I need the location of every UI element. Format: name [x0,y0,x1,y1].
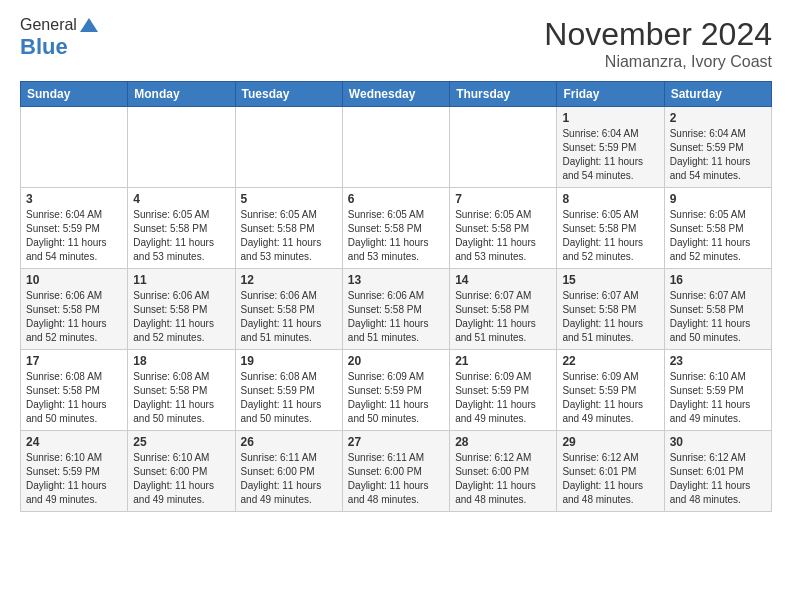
logo-blue-text: Blue [20,34,68,59]
day-info: Sunrise: 6:08 AM Sunset: 5:59 PM Dayligh… [241,370,337,426]
day-info: Sunrise: 6:09 AM Sunset: 5:59 PM Dayligh… [562,370,658,426]
day-info: Sunrise: 6:11 AM Sunset: 6:00 PM Dayligh… [348,451,444,507]
day-cell-25: 25Sunrise: 6:10 AM Sunset: 6:00 PM Dayli… [128,431,235,512]
day-info: Sunrise: 6:04 AM Sunset: 5:59 PM Dayligh… [562,127,658,183]
day-cell-6: 6Sunrise: 6:05 AM Sunset: 5:58 PM Daylig… [342,188,449,269]
day-cell-19: 19Sunrise: 6:08 AM Sunset: 5:59 PM Dayli… [235,350,342,431]
day-info: Sunrise: 6:04 AM Sunset: 5:59 PM Dayligh… [26,208,122,264]
week-row-1: 1Sunrise: 6:04 AM Sunset: 5:59 PM Daylig… [21,107,772,188]
day-cell-2: 2Sunrise: 6:04 AM Sunset: 5:59 PM Daylig… [664,107,771,188]
day-info: Sunrise: 6:04 AM Sunset: 5:59 PM Dayligh… [670,127,766,183]
day-cell-22: 22Sunrise: 6:09 AM Sunset: 5:59 PM Dayli… [557,350,664,431]
day-cell-5: 5Sunrise: 6:05 AM Sunset: 5:58 PM Daylig… [235,188,342,269]
day-info: Sunrise: 6:06 AM Sunset: 5:58 PM Dayligh… [26,289,122,345]
day-info: Sunrise: 6:06 AM Sunset: 5:58 PM Dayligh… [133,289,229,345]
day-number: 11 [133,273,229,287]
day-cell-7: 7Sunrise: 6:05 AM Sunset: 5:58 PM Daylig… [450,188,557,269]
day-number: 23 [670,354,766,368]
day-info: Sunrise: 6:07 AM Sunset: 5:58 PM Dayligh… [562,289,658,345]
day-number: 29 [562,435,658,449]
weekday-header-thursday: Thursday [450,82,557,107]
day-cell-9: 9Sunrise: 6:05 AM Sunset: 5:58 PM Daylig… [664,188,771,269]
day-cell-20: 20Sunrise: 6:09 AM Sunset: 5:59 PM Dayli… [342,350,449,431]
day-number: 8 [562,192,658,206]
day-number: 24 [26,435,122,449]
day-info: Sunrise: 6:09 AM Sunset: 5:59 PM Dayligh… [348,370,444,426]
weekday-header-sunday: Sunday [21,82,128,107]
day-number: 13 [348,273,444,287]
day-cell-21: 21Sunrise: 6:09 AM Sunset: 5:59 PM Dayli… [450,350,557,431]
logo-general-text: General [20,16,77,34]
day-info: Sunrise: 6:05 AM Sunset: 5:58 PM Dayligh… [562,208,658,264]
day-number: 27 [348,435,444,449]
day-cell-26: 26Sunrise: 6:11 AM Sunset: 6:00 PM Dayli… [235,431,342,512]
day-cell-15: 15Sunrise: 6:07 AM Sunset: 5:58 PM Dayli… [557,269,664,350]
day-number: 26 [241,435,337,449]
day-number: 1 [562,111,658,125]
location: Niamanzra, Ivory Coast [544,53,772,71]
logo: General Blue [20,16,98,60]
day-cell-empty [235,107,342,188]
day-info: Sunrise: 6:08 AM Sunset: 5:58 PM Dayligh… [26,370,122,426]
day-cell-empty [450,107,557,188]
day-cell-29: 29Sunrise: 6:12 AM Sunset: 6:01 PM Dayli… [557,431,664,512]
day-cell-16: 16Sunrise: 6:07 AM Sunset: 5:58 PM Dayli… [664,269,771,350]
weekday-header-tuesday: Tuesday [235,82,342,107]
day-number: 3 [26,192,122,206]
day-cell-24: 24Sunrise: 6:10 AM Sunset: 5:59 PM Dayli… [21,431,128,512]
day-info: Sunrise: 6:12 AM Sunset: 6:01 PM Dayligh… [670,451,766,507]
day-info: Sunrise: 6:05 AM Sunset: 5:58 PM Dayligh… [670,208,766,264]
day-cell-3: 3Sunrise: 6:04 AM Sunset: 5:59 PM Daylig… [21,188,128,269]
weekday-header-friday: Friday [557,82,664,107]
day-cell-11: 11Sunrise: 6:06 AM Sunset: 5:58 PM Dayli… [128,269,235,350]
weekday-header-wednesday: Wednesday [342,82,449,107]
day-number: 7 [455,192,551,206]
week-row-4: 17Sunrise: 6:08 AM Sunset: 5:58 PM Dayli… [21,350,772,431]
day-info: Sunrise: 6:05 AM Sunset: 5:58 PM Dayligh… [455,208,551,264]
day-info: Sunrise: 6:10 AM Sunset: 5:59 PM Dayligh… [26,451,122,507]
svg-marker-0 [80,18,98,32]
day-number: 15 [562,273,658,287]
day-cell-18: 18Sunrise: 6:08 AM Sunset: 5:58 PM Dayli… [128,350,235,431]
weekday-header-monday: Monday [128,82,235,107]
day-info: Sunrise: 6:11 AM Sunset: 6:00 PM Dayligh… [241,451,337,507]
day-number: 16 [670,273,766,287]
day-number: 22 [562,354,658,368]
day-cell-30: 30Sunrise: 6:12 AM Sunset: 6:01 PM Dayli… [664,431,771,512]
day-cell-10: 10Sunrise: 6:06 AM Sunset: 5:58 PM Dayli… [21,269,128,350]
day-cell-23: 23Sunrise: 6:10 AM Sunset: 5:59 PM Dayli… [664,350,771,431]
day-cell-13: 13Sunrise: 6:06 AM Sunset: 5:58 PM Dayli… [342,269,449,350]
day-cell-empty [342,107,449,188]
day-info: Sunrise: 6:05 AM Sunset: 5:58 PM Dayligh… [348,208,444,264]
week-row-3: 10Sunrise: 6:06 AM Sunset: 5:58 PM Dayli… [21,269,772,350]
day-cell-17: 17Sunrise: 6:08 AM Sunset: 5:58 PM Dayli… [21,350,128,431]
day-number: 28 [455,435,551,449]
weekday-header-saturday: Saturday [664,82,771,107]
page: General Blue November 2024 Niamanzra, Iv… [0,0,792,612]
day-info: Sunrise: 6:08 AM Sunset: 5:58 PM Dayligh… [133,370,229,426]
day-cell-14: 14Sunrise: 6:07 AM Sunset: 5:58 PM Dayli… [450,269,557,350]
day-number: 21 [455,354,551,368]
day-number: 30 [670,435,766,449]
day-number: 12 [241,273,337,287]
day-number: 10 [26,273,122,287]
day-cell-27: 27Sunrise: 6:11 AM Sunset: 6:00 PM Dayli… [342,431,449,512]
day-cell-empty [128,107,235,188]
week-row-5: 24Sunrise: 6:10 AM Sunset: 5:59 PM Dayli… [21,431,772,512]
day-info: Sunrise: 6:07 AM Sunset: 5:58 PM Dayligh… [455,289,551,345]
day-number: 19 [241,354,337,368]
day-info: Sunrise: 6:10 AM Sunset: 6:00 PM Dayligh… [133,451,229,507]
day-number: 14 [455,273,551,287]
title-block: November 2024 Niamanzra, Ivory Coast [544,16,772,71]
day-number: 2 [670,111,766,125]
header: General Blue November 2024 Niamanzra, Iv… [20,16,772,71]
day-info: Sunrise: 6:06 AM Sunset: 5:58 PM Dayligh… [241,289,337,345]
day-cell-1: 1Sunrise: 6:04 AM Sunset: 5:59 PM Daylig… [557,107,664,188]
calendar-table: SundayMondayTuesdayWednesdayThursdayFrid… [20,81,772,512]
day-number: 5 [241,192,337,206]
day-number: 4 [133,192,229,206]
day-info: Sunrise: 6:12 AM Sunset: 6:00 PM Dayligh… [455,451,551,507]
day-info: Sunrise: 6:06 AM Sunset: 5:58 PM Dayligh… [348,289,444,345]
day-number: 18 [133,354,229,368]
day-info: Sunrise: 6:07 AM Sunset: 5:58 PM Dayligh… [670,289,766,345]
